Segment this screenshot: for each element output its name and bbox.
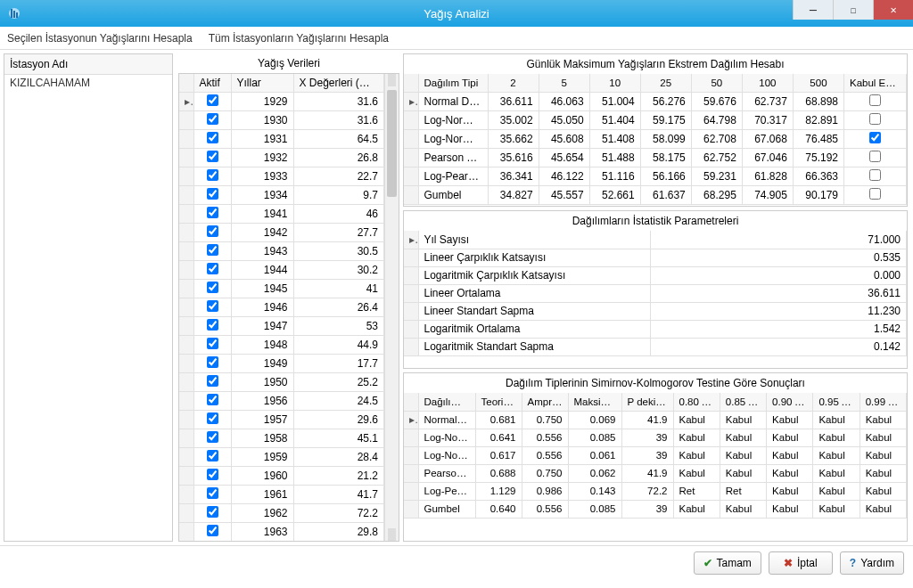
aktif-checkbox[interactable]	[207, 225, 218, 237]
ks-col[interactable]: Teorik P	[475, 393, 522, 411]
table-row[interactable]: Logaritmik Çarpıklık Katsayısı0.000	[404, 266, 907, 284]
table-row[interactable]: 195845.1	[179, 429, 384, 447]
table-row[interactable]: Log-Nor…0.6170.5560.06139KabulKabulKabul…	[404, 446, 907, 464]
table-row[interactable]: Log-Pears…36.34146.12251.11656.16659.231…	[404, 167, 907, 185]
table-row[interactable]: Log-Nor…0.6410.5560.08539KabulKabulKabul…	[404, 429, 907, 446]
aktif-checkbox[interactable]	[207, 319, 218, 331]
ext-col[interactable]: 5	[539, 74, 589, 92]
table-row[interactable]: ▸Normal D…36.61146.06351.00456.27659.676…	[404, 92, 907, 110]
ks-col[interactable]: 0.80 Anl…	[673, 393, 720, 411]
aktif-checkbox[interactable]	[207, 506, 218, 518]
col-aktif[interactable]: Aktif	[193, 74, 231, 92]
table-row[interactable]: 194626.4	[179, 298, 384, 316]
table-row[interactable]: 194917.7	[179, 354, 384, 372]
window-maximize[interactable]	[833, 0, 873, 20]
table-row[interactable]: 194753	[179, 316, 384, 335]
menu-calc-selected[interactable]: Seçilen İstasyonun Yağışlarını Hesapla	[7, 32, 193, 45]
aktif-checkbox[interactable]	[207, 412, 218, 424]
aktif-checkbox[interactable]	[207, 132, 218, 143]
ext-col[interactable]: Kabul Edilen	[844, 74, 907, 92]
table-row[interactable]: 194430.2	[179, 260, 384, 279]
menu-calc-all[interactable]: Tüm İstasyonların Yağışlarını Hesapla	[209, 32, 389, 45]
ext-col[interactable]: 100	[742, 74, 793, 92]
cancel-button[interactable]: ✖ İptal	[769, 551, 833, 575]
table-row[interactable]: 193164.5	[179, 129, 384, 148]
table-row[interactable]: Lineer Standart Sapma11.230	[404, 302, 907, 320]
ks-col[interactable]: 0.99 Anl…	[860, 393, 906, 411]
table-row[interactable]: Gumbel34.82745.55752.66161.63768.29574.9…	[404, 185, 907, 204]
table-row[interactable]: 195624.5	[179, 391, 384, 410]
ext-col[interactable]: 10	[589, 74, 640, 92]
aktif-checkbox[interactable]	[207, 375, 218, 387]
window-minimize[interactable]	[793, 0, 833, 20]
aktif-checkbox[interactable]	[207, 338, 218, 349]
table-row[interactable]: ▸Normal …0.6810.7500.06941.9KabulKabulKa…	[404, 411, 907, 429]
ok-button[interactable]: ✔ Tamam	[694, 551, 761, 575]
table-row[interactable]: 195729.6	[179, 410, 384, 429]
ks-col[interactable]: Maksimu…	[568, 393, 621, 411]
ks-col[interactable]: 0.95 Anl…	[813, 393, 860, 411]
kabul-checkbox[interactable]	[869, 113, 881, 125]
window-close[interactable]	[873, 0, 913, 20]
kabul-checkbox[interactable]	[869, 188, 881, 200]
aktif-checkbox[interactable]	[207, 394, 218, 405]
rain-table[interactable]: Aktif Yıllar X Değerleri (mm) ▸192931.61…	[179, 74, 384, 541]
aktif-checkbox[interactable]	[207, 244, 218, 256]
ks-col[interactable]: Amprik P	[522, 393, 568, 411]
aktif-checkbox[interactable]	[207, 431, 218, 443]
aktif-checkbox[interactable]	[207, 113, 218, 125]
ext-col[interactable]: 25	[640, 74, 691, 92]
ks-col[interactable]: 0.85 Anl…	[720, 393, 766, 411]
aktif-checkbox[interactable]	[207, 207, 218, 218]
aktif-checkbox[interactable]	[207, 300, 218, 312]
table-row[interactable]: Log-Norm…35.00245.05051.40459.17564.7987…	[404, 110, 907, 129]
ext-col[interactable]: 50	[691, 74, 742, 92]
stats-table[interactable]: ▸Yıl Sayısı71.000Lineer Çarpıklık Katsay…	[404, 231, 907, 356]
table-row[interactable]: 195025.2	[179, 372, 384, 391]
ks-col[interactable]: 0.90 Anl…	[767, 393, 813, 411]
table-row[interactable]: 194146	[179, 204, 384, 223]
ks-table[interactable]: Dağılım …Teorik PAmprik PMaksimu…P deki …	[404, 393, 907, 519]
ext-col[interactable]: 2	[488, 74, 539, 92]
ks-col[interactable]: P deki Gi…	[621, 393, 673, 411]
table-row[interactable]: 196141.7	[179, 485, 384, 503]
table-row[interactable]: 196272.2	[179, 503, 384, 522]
station-item[interactable]: KIZILCAHAMAM	[4, 75, 172, 541]
aktif-checkbox[interactable]	[207, 450, 218, 461]
aktif-checkbox[interactable]	[207, 525, 218, 536]
table-row[interactable]: 193031.6	[179, 110, 384, 129]
help-button[interactable]: ? Yardım	[840, 551, 904, 575]
table-row[interactable]: Pearson T…35.61645.65451.48858.17562.752…	[404, 148, 907, 167]
table-row[interactable]: Lineer Ortalama36.611	[404, 284, 907, 302]
table-row[interactable]: Logaritmik Standart Sapma0.142	[404, 338, 907, 355]
ext-col[interactable]: 500	[793, 74, 843, 92]
table-row[interactable]: ▸192931.6	[179, 92, 384, 110]
aktif-checkbox[interactable]	[207, 487, 218, 499]
aktif-checkbox[interactable]	[207, 151, 218, 162]
table-row[interactable]: 195928.4	[179, 447, 384, 466]
table-row[interactable]: Lineer Çarpıklık Katsayısı0.535	[404, 249, 907, 266]
table-row[interactable]: 196021.2	[179, 466, 384, 485]
table-row[interactable]: 194844.9	[179, 335, 384, 354]
aktif-checkbox[interactable]	[207, 282, 218, 293]
table-row[interactable]: Logaritmik Ortalama1.542	[404, 320, 907, 338]
table-row[interactable]: 19349.7	[179, 185, 384, 204]
table-row[interactable]: 193226.8	[179, 148, 384, 167]
table-row[interactable]: ▸Yıl Sayısı71.000	[404, 231, 907, 249]
aktif-checkbox[interactable]	[207, 469, 218, 480]
table-row[interactable]: Log-Pea…1.1290.9860.14372.2RetRetKabulKa…	[404, 482, 907, 500]
aktif-checkbox[interactable]	[207, 169, 218, 181]
aktif-checkbox[interactable]	[207, 263, 218, 274]
table-row[interactable]: 194227.7	[179, 223, 384, 241]
col-yillar[interactable]: Yıllar	[231, 74, 293, 92]
col-x[interactable]: X Değerleri (mm)	[293, 74, 384, 92]
kabul-checkbox[interactable]	[869, 94, 881, 106]
aktif-checkbox[interactable]	[207, 188, 218, 200]
kabul-checkbox[interactable]	[869, 169, 881, 181]
table-row[interactable]: 193322.7	[179, 167, 384, 185]
ks-col[interactable]: Dağılım …	[418, 393, 475, 411]
kabul-checkbox[interactable]	[869, 132, 881, 143]
table-row[interactable]: 194541	[179, 279, 384, 298]
extreme-table[interactable]: Dağılım Tipi25102550100500Kabul Edilen ▸…	[404, 74, 907, 205]
table-row[interactable]: 194330.5	[179, 241, 384, 260]
